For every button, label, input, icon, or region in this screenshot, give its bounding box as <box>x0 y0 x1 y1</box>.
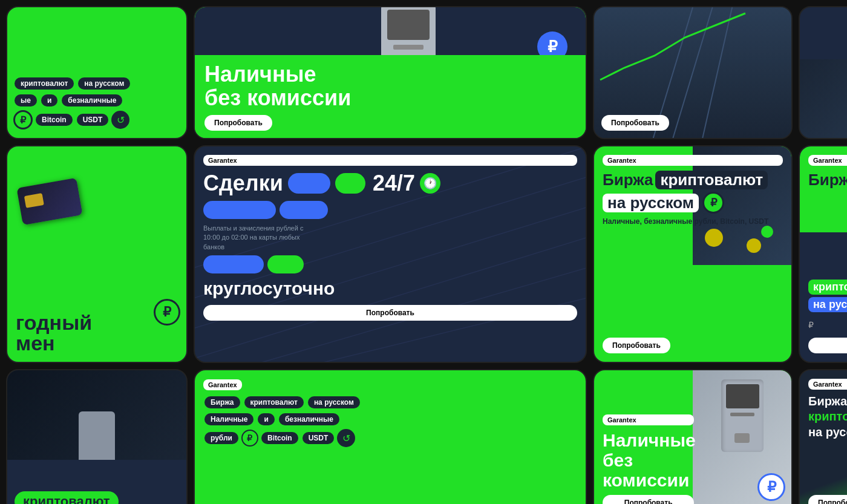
tag-row-3: ₽ Bitcoin USDT ↺ <box>13 110 180 129</box>
card-11-try-btn[interactable]: Попробовать <box>603 495 694 504</box>
card-12-content: Garantex Биржа криптовалют на русском ₽ … <box>800 370 847 504</box>
card-7-content: Garantex Биржа криптовалют на русском ₽ … <box>594 146 791 362</box>
tag-kriptovalut: криптовалют <box>15 77 74 90</box>
garantex-badge-6: Garantex <box>203 155 577 166</box>
card-chip <box>24 193 44 208</box>
card5-text2: мен <box>16 333 178 353</box>
text-na-russkom-7: на русском <box>603 194 699 212</box>
card-11: ₽ Garantex Наличные без комиссии Попробо… <box>593 369 793 504</box>
card8-bottom: криптовалют на русском ₽ Попробовать <box>808 280 847 353</box>
pills-row-2 <box>203 255 577 273</box>
card12-btn-wrapper: Попробовать <box>808 495 847 504</box>
card8-text3: на русском <box>808 297 847 312</box>
tag-beznalichnye-10: безналичные <box>279 413 339 425</box>
card11-screen <box>726 384 759 408</box>
card-6: Garantex Сделки 24/7 🕐 Выплаты и зачисле… <box>194 145 587 363</box>
card10-row1: Биржа криптовалют на русском <box>203 395 577 410</box>
tag-na-russkom: на русском <box>78 77 130 90</box>
tag-row-1: криптовалют на русском <box>13 76 180 91</box>
card-4-bg <box>800 59 847 138</box>
card11-text2: без комиссии <box>603 450 694 490</box>
card9-atm <box>79 411 115 460</box>
card-3-bottom: Попробовать <box>601 115 669 131</box>
credit-card <box>16 178 82 225</box>
blue-pill-1 <box>288 173 330 194</box>
card12-text3: на русском ₽ <box>808 425 847 442</box>
tag-beznalichnye: безналичные <box>62 94 122 106</box>
card-3-try-btn[interactable]: Попробовать <box>601 115 669 131</box>
deals-row: Сделки 24/7 🕐 <box>203 171 577 196</box>
card-8: Garantex Биржа криптовалют на русском ₽ … <box>799 145 847 363</box>
tag-kriptovalut-10: криптовалют <box>244 396 304 408</box>
card-3: Попробовать <box>593 6 793 139</box>
card8-ruble-row: ₽ <box>808 319 847 330</box>
tag-bitcoin-10: Bitcoin <box>261 432 298 444</box>
card11-slot <box>730 413 754 416</box>
card-1-content: криптовалют на русском ые и безналичные … <box>7 7 186 138</box>
card7-subtext: Наличные, безналичные рубли, Bitcoin, US… <box>603 217 783 226</box>
blue-pill-2 <box>203 201 276 219</box>
card-4: Скачать <box>799 6 847 139</box>
hand-area: ₽ <box>6 146 186 332</box>
card-6-content: Garantex Сделки 24/7 🕐 Выплаты и зачисле… <box>195 146 586 362</box>
green-pill-1 <box>335 173 365 194</box>
tag-row-2: ые и безналичные <box>13 93 180 108</box>
tag-birzha-10: Биржа <box>204 396 240 408</box>
text-birzha-7: Биржа <box>603 171 653 189</box>
tag-bitcoin: Bitcoin <box>36 114 73 126</box>
tag-rubli-10: рубли <box>204 432 238 444</box>
card9-dark-area <box>7 370 186 460</box>
card12-text1: Биржа <box>808 394 847 408</box>
card7-row2: на русском ₽ <box>603 192 783 214</box>
card7-btn-wrapper: Попробовать <box>603 338 783 353</box>
card-2-text2: без комиссии <box>204 86 576 110</box>
text-247: 24/7 <box>373 171 415 196</box>
card-9: криптовалют <box>6 369 188 504</box>
card-7-try-btn[interactable]: Попробовать <box>603 338 670 353</box>
green-pill-2 <box>267 255 304 273</box>
card-6-try-btn[interactable]: Попробовать <box>203 305 577 321</box>
card12-text3a: на русском <box>808 425 847 439</box>
card-1: криптовалют на русском ые и безналичные … <box>6 6 188 139</box>
garantex-badge-7: Garantex <box>603 155 783 166</box>
ruble-11: ₽ <box>757 473 785 501</box>
card-12: Garantex Биржа криптовалют на русском ₽ … <box>799 369 847 504</box>
card-5: ₽ годный мен <box>6 145 188 363</box>
garantex-badge-8: Garantex <box>808 155 847 166</box>
card11-atm-area: ₽ <box>693 370 791 504</box>
ruble-7: ₽ <box>702 192 724 214</box>
atm-screen <box>387 10 430 40</box>
atm-slot <box>393 45 424 50</box>
tag-i: и <box>41 94 57 106</box>
tag-usdt-10: USDT <box>302 432 335 444</box>
clock-icon: 🕐 <box>420 173 440 194</box>
card9-tag: криптовалют <box>15 491 119 504</box>
pills-row <box>203 201 577 219</box>
card11-text1: Наличные <box>603 430 694 450</box>
card-2-try-btn[interactable]: Попробовать <box>204 115 272 131</box>
card8-text1: Биржа <box>808 171 847 189</box>
card10-row2: Наличные и безналичные <box>203 412 577 427</box>
refresh-icon-10: ↺ <box>337 429 355 447</box>
text-sdelki: Сделки <box>203 171 283 196</box>
card-2: ₽ Наличные без комиссии Попробовать <box>194 6 587 139</box>
card8-text2: криптовалют <box>808 280 847 295</box>
card-12-try-btn[interactable]: Попробовать <box>808 495 847 504</box>
card10-row3: рубли ₽ Bitcoin USDT ↺ <box>203 429 577 447</box>
garantex-badge-10: Garantex <box>203 379 242 390</box>
card11-content: Garantex Наличные без комиссии Попробова… <box>594 370 702 504</box>
card7-row1: Биржа криптовалют <box>603 171 783 189</box>
card-8-try-btn[interactable]: Попробовать <box>808 338 847 353</box>
tag-ye: ые <box>15 94 37 106</box>
card6-subtext: Выплаты и зачисления рублей с 10:00 до 0… <box>203 224 312 252</box>
tag-na-russkom-10: на русском <box>308 396 360 408</box>
card8-ruble-icon: ₽ <box>808 320 814 330</box>
card12-text2: криптовалют <box>808 410 847 424</box>
ruble-icon-1: ₽ <box>13 110 33 129</box>
card-5-content: ₽ годный мен <box>7 146 186 362</box>
ruble-circle-10: ₽ <box>241 430 258 447</box>
grid-layout: криптовалют на русском ые и безналичные … <box>0 0 847 504</box>
garantex-badge-12: Garantex <box>808 379 847 390</box>
card-2-bottom: Наличные без комиссии Попробовать <box>195 55 586 138</box>
card11-atm <box>721 379 764 452</box>
